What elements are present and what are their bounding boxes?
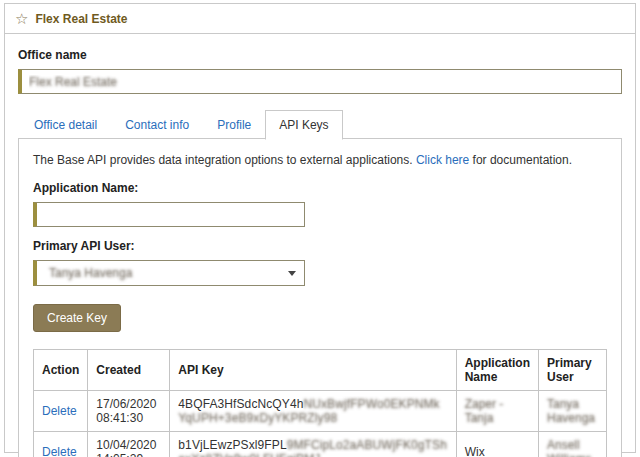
created-cell: 10/04/2020 14:05:29 [88,432,170,457]
app-window: ☆ Flex Real Estate Office name Office de… [4,3,636,453]
application-name-input[interactable] [33,202,305,227]
api-description: The Base API provides data integration o… [33,153,607,167]
office-name-label: Office name [18,48,622,62]
column-header-api-key: API Key [170,350,456,391]
primary-api-user-select[interactable]: Tanya Havenga [33,260,305,286]
delete-link[interactable]: Delete [42,404,77,418]
api-key-clear-part: b1VjLEwzPSxl9FPL [178,438,286,452]
column-header-created: Created [88,350,170,391]
primary-user-cell: Ansell Williams [539,432,607,457]
page-title: Flex Real Estate [35,12,127,26]
application-name-label: Application Name: [33,181,607,195]
application-name-cell: Wix [456,432,538,457]
create-key-button[interactable]: Create Key [33,304,121,332]
chevron-down-icon [288,271,296,276]
api-key-cell: b1VjLEwzPSxl9FPL9MFCipLo2aABUWjFK0gTShex… [170,432,456,457]
column-header-primary-user: Primary User [539,350,607,391]
primary-api-user-label: Primary API User: [33,239,607,253]
office-name-input[interactable] [18,69,622,94]
primary-user-cell: Tanya Havenga [539,391,607,432]
api-keys-panel: The Base API provides data integration o… [18,138,622,457]
tab-bar: Office detail Contact info Profile API K… [18,110,622,139]
api-keys-table: Action Created API Key Application Name … [33,349,607,457]
api-description-text-after: for documentation. [469,153,572,167]
column-header-application-name: Application Name [456,350,538,391]
tab-contact-info[interactable]: Contact info [111,110,203,139]
tab-office-detail[interactable]: Office detail [20,110,111,139]
main-content: Office name Office detail Contact info P… [5,34,635,457]
documentation-link[interactable]: Click here [416,153,469,167]
app-header: ☆ Flex Real Estate [5,4,635,34]
table-header-row: Action Created API Key Application Name … [34,350,607,391]
api-key-cell: 4BQFA3HfSdcNcQY4hNUxBwjfFPWo0EKPNMkYqUPH… [170,391,456,432]
primary-api-user-selected-value: Tanya Havenga [49,266,132,280]
tab-api-keys[interactable]: API Keys [265,110,342,140]
api-description-text-before: The Base API provides data integration o… [33,153,416,167]
table-row: Delete 10/04/2020 14:05:29 b1VjLEwzPSxl9… [34,432,607,457]
column-header-action: Action [34,350,88,391]
api-key-clear-part: 4BQFA3HfSdcNcQY4h [178,397,303,411]
created-cell: 17/06/2020 08:41:30 [88,391,170,432]
delete-link[interactable]: Delete [42,445,77,457]
table-row: Delete 17/06/2020 08:41:30 4BQFA3HfSdcNc… [34,391,607,432]
tab-profile[interactable]: Profile [203,110,265,139]
application-name-cell: Zaper - Tanja [456,391,538,432]
star-icon[interactable]: ☆ [15,11,28,26]
